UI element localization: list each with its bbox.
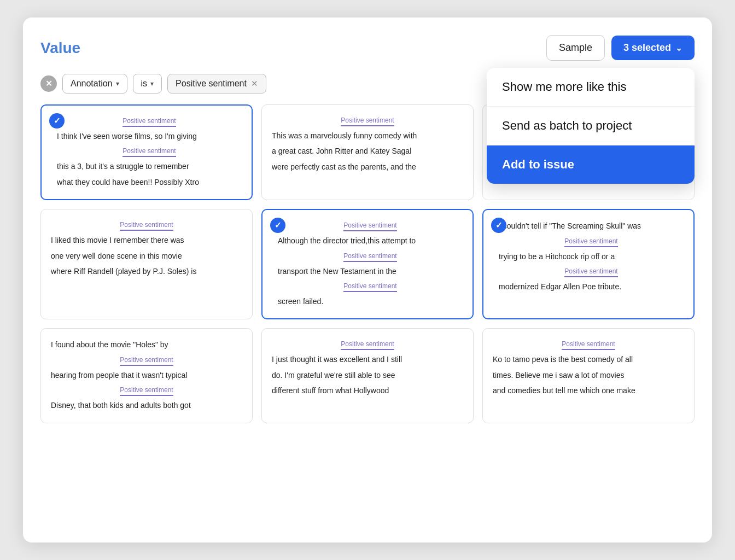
card-text: Ko to tamo peva is the best comedy of al… bbox=[493, 353, 684, 365]
card-annotation-wrap: Positive sentiment bbox=[499, 266, 684, 279]
card-check-icon: ✓ bbox=[491, 218, 506, 233]
annotation-label: Positive sentiment bbox=[120, 221, 173, 231]
card-text: what they could have been!! Possibly Xtr… bbox=[57, 176, 242, 188]
card-text: one very well done scene in this movie bbox=[51, 250, 242, 262]
card-annotation-wrap: Positive sentiment bbox=[51, 354, 242, 368]
card-text: trying to be a Hitchcock rip off or a bbox=[499, 250, 684, 262]
filter-tag: Positive sentiment ✕ bbox=[167, 74, 266, 94]
card-annotation-wrap: Positive sentiment bbox=[493, 339, 684, 352]
is-label: is bbox=[141, 79, 148, 89]
card-text: Although the director tried,this attempt… bbox=[278, 235, 463, 247]
card-text: I found about the movie "Holes" by bbox=[51, 339, 242, 351]
filter-close-button[interactable]: ✕ bbox=[40, 75, 57, 92]
card-text: hearing from people that it wasn't typic… bbox=[51, 369, 242, 381]
card-2[interactable]: Positive sentimentThis was a marvelously… bbox=[261, 104, 474, 200]
card-text: I couldn't tell if "The Screaming Skull"… bbox=[499, 220, 684, 232]
annotation-label: Positive sentiment bbox=[341, 340, 394, 350]
annotation-filter-pill[interactable]: Annotation ▾ bbox=[62, 74, 127, 94]
card-content: Positive sentimentThis was a marvelously… bbox=[272, 115, 463, 173]
annotation-label: Positive sentiment bbox=[343, 282, 396, 292]
card-content: I couldn't tell if "The Screaming Skull"… bbox=[493, 220, 684, 293]
card-9[interactable]: Positive sentimentKo to tamo peva is the… bbox=[482, 328, 695, 423]
annotation-label: Positive sentiment bbox=[120, 386, 173, 396]
card-text: different stuff from what Hollywood bbox=[272, 384, 463, 396]
card-annotation-wrap: Positive sentiment bbox=[278, 220, 463, 234]
dropdown-item-show-more[interactable]: Show me more like this bbox=[487, 68, 695, 107]
annotation-label: Positive sentiment bbox=[343, 221, 396, 231]
card-content: Positive sentimentI think I've seen wors… bbox=[51, 115, 242, 188]
chevron-down-icon: ⌄ bbox=[675, 43, 682, 53]
selected-label: 3 selected bbox=[623, 42, 671, 54]
filter-tag-label: Positive sentiment bbox=[176, 79, 247, 89]
card-text: and comedies but tell me which one make bbox=[493, 384, 684, 396]
card-4[interactable]: Positive sentimentI liked this movie I r… bbox=[40, 209, 253, 319]
card-8[interactable]: Positive sentimentI just thought it was … bbox=[261, 328, 474, 423]
card-5[interactable]: ✓Positive sentimentAlthough the director… bbox=[261, 209, 474, 319]
selected-button[interactable]: 3 selected ⌄ bbox=[611, 36, 695, 60]
card-content: Positive sentimentKo to tamo peva is the… bbox=[493, 339, 684, 396]
card-text: I think I've seen worse films, so I'm gi… bbox=[57, 130, 242, 142]
card-check-icon: ✓ bbox=[49, 113, 65, 129]
dropdown-item-add-issue[interactable]: Add to issue bbox=[487, 145, 695, 184]
card-text: Disney, that both kids and adults both g… bbox=[51, 399, 242, 411]
card-check-icon: ✓ bbox=[270, 218, 285, 233]
card-annotation-wrap: Positive sentiment bbox=[51, 384, 242, 398]
card-text: transport the New Testament in the bbox=[278, 265, 463, 277]
card-annotation-wrap: Positive sentiment bbox=[499, 236, 684, 249]
card-text: I just thought it was excellent and I st… bbox=[272, 353, 463, 365]
card-7[interactable]: I found about the movie "Holes" byPositi… bbox=[40, 328, 253, 423]
card-text: I liked this movie I remember there was bbox=[51, 234, 242, 246]
card-1[interactable]: ✓Positive sentimentI think I've seen wor… bbox=[40, 104, 253, 200]
annotation-label: Positive sentiment bbox=[343, 252, 396, 262]
card-annotation-wrap: Positive sentiment bbox=[272, 339, 463, 352]
header: Value Sample 3 selected ⌄ Show me more l… bbox=[40, 35, 695, 61]
annotation-label: Positive sentiment bbox=[341, 116, 394, 126]
card-text: where Riff Randell (played by P.J. Soles… bbox=[51, 265, 242, 277]
annotation-label: Annotation bbox=[71, 79, 113, 89]
card-content: I found about the movie "Holes" byPositi… bbox=[51, 339, 242, 411]
card-text: modernized Edgar Allen Poe tribute. bbox=[499, 281, 684, 293]
dropdown-menu: Show me more like this Send as batch to … bbox=[487, 68, 695, 184]
card-text: a great cast. John Ritter and Katey Saga… bbox=[272, 145, 463, 157]
card-content: Positive sentimentAlthough the director … bbox=[272, 220, 463, 307]
card-text: do. I'm grateful we're still able to see bbox=[272, 369, 463, 381]
main-window: Value Sample 3 selected ⌄ Show me more l… bbox=[23, 18, 712, 542]
card-annotation-wrap: Positive sentiment bbox=[278, 281, 463, 294]
annotation-label: Positive sentiment bbox=[122, 117, 176, 127]
annotation-caret-icon: ▾ bbox=[116, 80, 119, 88]
is-caret-icon: ▾ bbox=[150, 80, 154, 88]
card-content: Positive sentimentI liked this movie I r… bbox=[51, 219, 242, 277]
card-content: Positive sentimentI just thought it was … bbox=[272, 339, 463, 396]
is-filter-pill[interactable]: is ▾ bbox=[133, 74, 162, 94]
header-right: Sample 3 selected ⌄ Show me more like th… bbox=[546, 35, 695, 61]
card-text: screen failed. bbox=[278, 295, 463, 307]
card-annotation-wrap: Positive sentiment bbox=[57, 145, 242, 159]
page-title: Value bbox=[40, 39, 80, 57]
annotation-label: Positive sentiment bbox=[120, 356, 173, 366]
annotation-label: Positive sentiment bbox=[564, 237, 617, 247]
card-6[interactable]: ✓I couldn't tell if "The Screaming Skull… bbox=[482, 209, 695, 319]
dropdown-item-batch[interactable]: Send as batch to project bbox=[487, 107, 695, 145]
card-annotation-wrap: Positive sentiment bbox=[57, 115, 242, 129]
card-annotation-wrap: Positive sentiment bbox=[278, 250, 463, 264]
annotation-label: Positive sentiment bbox=[564, 267, 617, 277]
filter-tag-remove[interactable]: ✕ bbox=[251, 79, 258, 89]
card-text: This was a marvelously funny comedy with bbox=[272, 130, 463, 142]
card-annotation-wrap: Positive sentiment bbox=[272, 115, 463, 129]
card-text: times. Believe me i saw a lot of movies bbox=[493, 369, 684, 381]
card-text: this a 3, but it's a struggle to remembe… bbox=[57, 160, 242, 172]
annotation-label: Positive sentiment bbox=[122, 147, 176, 157]
sample-button[interactable]: Sample bbox=[546, 35, 605, 61]
card-text: were perfectly cast as the parents, and … bbox=[272, 161, 463, 173]
card-annotation-wrap: Positive sentiment bbox=[51, 219, 242, 233]
annotation-label: Positive sentiment bbox=[562, 340, 615, 350]
